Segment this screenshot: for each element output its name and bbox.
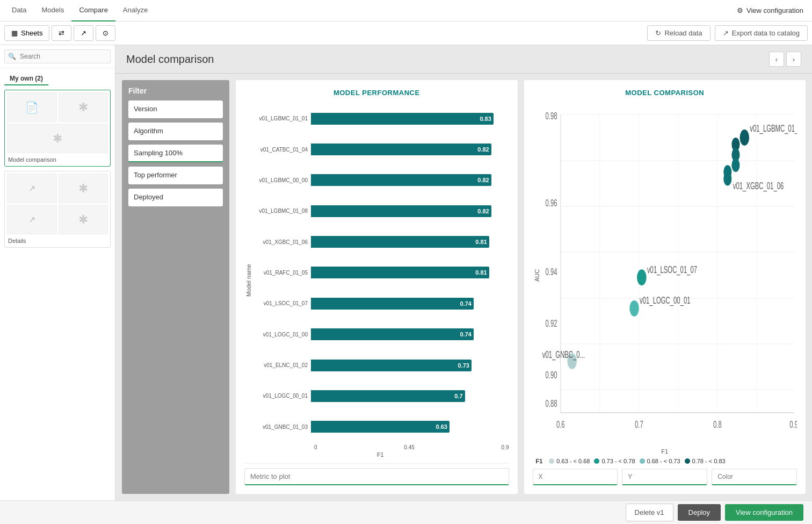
scatter-svg: 0.98 0.96 0.94 0.92 0.90 0.88 0.6 0.7 0.… — [540, 103, 798, 447]
my-own-label: My own (2) — [4, 70, 48, 85]
prev-arrow[interactable]: ‹ — [769, 52, 784, 67]
scatter-point-3 — [731, 158, 740, 172]
delete-button[interactable]: Delete v1 — [626, 504, 673, 521]
filter-top-performer[interactable]: Top performer — [128, 167, 223, 184]
legend-item-2: 0.73 - < 0.78 — [594, 458, 635, 464]
filter-deployed[interactable]: Deployed — [128, 189, 223, 206]
sync-icon: ⇄ — [59, 29, 64, 37]
sidebar-search-area: 🔍 — [0, 45, 115, 68]
bar-value-4: 0.81 — [475, 239, 487, 245]
legend-range-2: 0.73 - < 0.78 — [601, 458, 635, 464]
color-axis-input[interactable] — [712, 469, 797, 485]
view-configuration-button[interactable]: View configuration — [725, 504, 803, 521]
comparison-chart-title: MODEL COMPARISON — [533, 89, 798, 97]
svg-text:v01_LSOC_01_07: v01_LSOC_01_07 — [647, 264, 697, 276]
filter-version[interactable]: Version — [128, 101, 223, 118]
bar-value-6: 0.74 — [460, 300, 472, 307]
sheet-cell-1: 📄 — [7, 92, 57, 122]
toolbar-btn-3[interactable]: ⊙ — [96, 25, 115, 41]
legend-dot-2 — [594, 458, 599, 464]
bar-value-3: 0.82 — [477, 208, 489, 214]
search-input[interactable] — [4, 49, 111, 63]
sheet-label-1: Model comparison — [7, 155, 108, 164]
x-axis-label: F1 — [252, 451, 509, 458]
filter-algorithm[interactable]: Algorithm — [128, 123, 223, 140]
svg-text:0.7: 0.7 — [634, 419, 643, 430]
bar-row-5: 0.81 — [311, 265, 509, 280]
bar-value-9: 0.7 — [454, 393, 462, 399]
sheet-card-details[interactable]: ↗ ✱ ↗ ✱ Details — [4, 171, 111, 248]
bar-row-7: 0.74 — [311, 327, 509, 342]
x-axis-input[interactable] — [533, 469, 618, 485]
bar-label-7: v01_LOGC_01_00 — [252, 319, 308, 350]
legend-range-3: 0.78 - < 0.83 — [692, 458, 726, 464]
metric-footer — [244, 463, 509, 485]
scatter-point-5 — [723, 172, 731, 186]
sheet-cell-d1: ↗ — [7, 174, 57, 203]
export-sm-icon: ↗ — [28, 183, 35, 193]
legend-range-0: 0.63 - < 0.68 — [556, 458, 590, 464]
scatter-point-6 — [637, 269, 647, 285]
search-icon: 🔍 — [8, 53, 16, 60]
bar-row-2: 0.82 — [311, 173, 509, 188]
performance-chart-panel: MODEL PERFORMANCE Model name v01_LGBMC_0… — [236, 80, 518, 494]
svg-text:0.92: 0.92 — [545, 318, 557, 329]
nav-tab-data[interactable]: Data — [4, 0, 34, 21]
sheet-cell-3: ✱ — [7, 124, 108, 153]
toolbar-btn-1[interactable]: ⇄ — [52, 25, 71, 41]
x-tick-0: 0 — [314, 444, 317, 450]
bar-row-6: 0.74 — [311, 296, 509, 311]
filter-panel: Filter Version Algorithm Sampling 100% T… — [122, 80, 229, 494]
next-arrow[interactable]: › — [786, 52, 801, 67]
scatter-y-label: AUC — [533, 103, 540, 447]
legend-dot-1 — [640, 458, 645, 464]
scatter-plot-area: 0.98 0.96 0.94 0.92 0.90 0.88 0.6 0.7 0.… — [540, 103, 798, 447]
bar-value-1: 0.82 — [477, 146, 489, 153]
deploy-button[interactable]: Deploy — [678, 504, 721, 521]
bar-value-2: 0.82 — [477, 177, 489, 183]
export-catalog-button[interactable]: ↗ Export data to catalog — [715, 25, 808, 41]
svg-text:0.94: 0.94 — [545, 266, 557, 277]
bar-label-8: v01_ELNC_01_02 — [252, 350, 308, 381]
bar-value-7: 0.74 — [460, 331, 472, 338]
sheet-cell-d2: ✱ — [59, 174, 108, 203]
svg-text:v01_LOGC_00_01: v01_LOGC_00_01 — [640, 295, 690, 306]
sheets-button[interactable]: ▦ Sheets — [4, 25, 49, 41]
nav-tab-analyze[interactable]: Analyze — [115, 0, 155, 21]
bar-label-10: v01_GNBC_01_03 — [252, 412, 308, 442]
bar-label-2: v01_LGBMC_00_00 — [252, 165, 308, 196]
bar-value-8: 0.73 — [458, 362, 469, 369]
bar-label-0: v01_LGBMC_01_01 — [252, 103, 308, 134]
bar-row-9: 0.7 — [311, 389, 509, 404]
y-axis-input[interactable] — [622, 469, 707, 485]
page-icon: 📄 — [25, 101, 39, 114]
content-header: Model comparison ‹ › — [115, 45, 812, 74]
toolbar-btn-2[interactable]: ↗ — [74, 25, 93, 41]
legend-f1-label: F1 — [536, 458, 543, 464]
svg-text:0.6: 0.6 — [556, 419, 564, 430]
bar-chart-area: Model name v01_LGBMC_01_01 v01_CATBC_01_… — [244, 103, 509, 458]
svg-text:0.9: 0.9 — [789, 419, 797, 430]
y-input-group — [622, 469, 707, 485]
scatter-point-7 — [629, 300, 639, 317]
bar-label-4: v01_XGBC_01_06 — [252, 226, 308, 257]
target-icon: ⊙ — [103, 29, 108, 37]
bar-x-axis: 0 0.45 0.9 — [252, 442, 509, 450]
settings-icon: ⚙ — [737, 6, 743, 15]
reload-button[interactable]: ↻ Reload data — [647, 25, 710, 41]
metric-to-plot-input[interactable] — [244, 468, 509, 485]
export-icon: ↗ — [81, 29, 86, 37]
bar-row-1: 0.82 — [311, 142, 509, 157]
bar-row-0: 0.83 — [311, 111, 509, 126]
x-input-group — [533, 469, 618, 485]
page-title: Model comparison — [126, 53, 214, 66]
view-config-button[interactable]: ⚙ View configuration — [733, 6, 808, 15]
bar-row-3: 0.82 — [311, 204, 509, 219]
asterisk-icon: ✱ — [78, 101, 88, 114]
nav-tab-models[interactable]: Models — [34, 0, 71, 21]
sheet-card-model-comparison[interactable]: 📄 ✱ ✱ Model comparison — [4, 90, 111, 167]
nav-tab-compare[interactable]: Compare — [71, 0, 115, 21]
filter-sampling[interactable]: Sampling 100% — [128, 145, 223, 162]
my-own-section: My own (2) 📄 ✱ ✱ Model comparison — [0, 68, 115, 252]
bar-value-5: 0.81 — [475, 269, 487, 276]
